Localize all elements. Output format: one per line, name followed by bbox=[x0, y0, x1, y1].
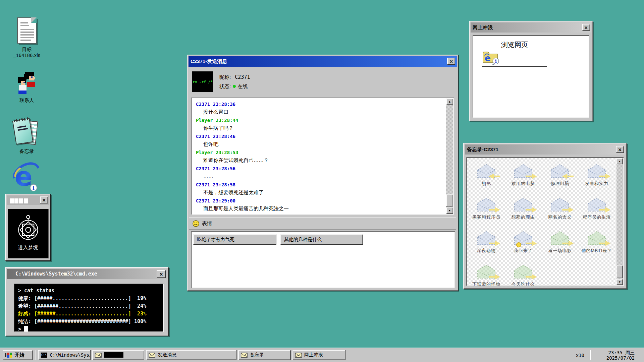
message-sender-time: C2371 23:28:58 bbox=[192, 182, 446, 189]
memo-entry-label: 网名的含义 bbox=[548, 214, 572, 220]
browse-web-label[interactable]: 浏览网页 bbox=[501, 40, 528, 49]
scroll-down-icon[interactable]: ▼ bbox=[616, 279, 623, 285]
chat-toolbar: 表情 bbox=[189, 218, 456, 230]
taskbar-button-label: C:\Windows\Sys… bbox=[50, 352, 90, 358]
desktop-icon-memo[interactable]: 备忘录 bbox=[11, 118, 43, 155]
memo-entry-label: 他的MBTI是？ bbox=[582, 248, 612, 254]
memo-window: 备忘录-C2371 × 初见 bbox=[463, 143, 627, 289]
memo-entry[interactable]: 想死的理由 bbox=[505, 193, 542, 227]
memo-scrollbar[interactable]: ▲ ▼ bbox=[616, 158, 623, 285]
message-sender-time: Player 23:28:53 bbox=[192, 150, 446, 157]
chat-scrollbar[interactable]: ▲ ▼ bbox=[446, 99, 453, 214]
desktop: 目标_164186.xls 联系人 备忘录 bbox=[0, 0, 644, 362]
memo-entry[interactable]: 发量和实力 bbox=[578, 160, 615, 193]
start-button[interactable]: 开始 bbox=[3, 350, 33, 360]
avatar: rm -rf /* bbox=[192, 71, 213, 92]
taskbar-task-button[interactable]: C:\ 备忘录 bbox=[238, 350, 291, 360]
envelope-icon bbox=[514, 197, 533, 212]
surf-window-title: 网上冲浪 bbox=[473, 24, 493, 31]
memo-entry[interactable]: 黑客和程序员 bbox=[468, 193, 505, 227]
toolbar-emoji-label[interactable]: 表情 bbox=[202, 221, 212, 227]
chat-input-area[interactable]: 吃饱了才有力气死 其他的几种是什么 bbox=[191, 231, 455, 288]
memo-entry[interactable]: 程序员的生活 bbox=[578, 193, 615, 227]
nickname-row: 昵称: C2371 bbox=[219, 72, 250, 82]
envelope-icon bbox=[550, 231, 570, 245]
chat-window: C2371-发送消息 × rm -rf /* 昵称: C2371 状态:在线 C… bbox=[187, 55, 459, 291]
message-text: 而且那可是人类最痛苦的几种死法之一 bbox=[192, 205, 446, 212]
memo-entry[interactable]: 难用的电脑 bbox=[505, 160, 542, 193]
memo-entry[interactable]: 初见 bbox=[468, 160, 505, 193]
scroll-up-icon[interactable]: ▲ bbox=[616, 158, 623, 164]
surf-window-body: e i 浏览网页 bbox=[473, 35, 589, 118]
quick-reply-button[interactable]: 其他的几种是什么 bbox=[280, 234, 363, 245]
chat-message: C2371 23:28:56 …… bbox=[192, 166, 446, 182]
scroll-down-icon[interactable]: ▼ bbox=[446, 207, 453, 214]
chat-message-list[interactable]: C2371 23:28:36 没什么胃口 Player 23:28:44 你生病… bbox=[192, 99, 446, 214]
ie-folder-icon: e i bbox=[482, 50, 500, 65]
memo-entry[interactable]: 深夜动物 bbox=[468, 227, 505, 260]
memo-entry[interactable]: 看一场电影 bbox=[542, 227, 579, 260]
chat-message: C2371 23:28:58 不是，想要饿死还是太难了 bbox=[192, 182, 446, 198]
console-line: 希望: [#######.......................] 24% bbox=[18, 302, 159, 310]
desktop-icon-label: 备忘录 bbox=[11, 148, 43, 155]
memo-entry[interactable]: 网名的含义 bbox=[542, 193, 579, 227]
spreadsheet-file-icon bbox=[17, 17, 37, 44]
quick-reply-button[interactable]: 吃饱了才有力气死 bbox=[193, 234, 276, 245]
dream-caption[interactable]: 进入梦境 bbox=[8, 245, 48, 251]
mail-icon bbox=[295, 353, 302, 358]
desktop-icon-contacts[interactable]: 联系人 bbox=[11, 71, 43, 104]
memo-entry-label: 深夜动物 bbox=[477, 248, 496, 254]
scroll-up-icon[interactable]: ▲ bbox=[446, 99, 453, 105]
memo-entry[interactable]: 他的MBTI是？ bbox=[578, 227, 615, 260]
close-icon[interactable]: × bbox=[157, 270, 166, 278]
surf-titlebar[interactable]: 网上冲浪 bbox=[471, 22, 591, 33]
envelope-icon bbox=[477, 164, 496, 178]
envelope-icon bbox=[477, 197, 496, 212]
taskbar-task-button[interactable]: C:\ bbox=[92, 350, 144, 360]
taskbar-task-button[interactable]: C:\ C:\Windows\Sys… bbox=[38, 350, 91, 360]
taskbar-button-label: 发送消息 bbox=[158, 352, 176, 358]
cmd-icon: C:\ bbox=[41, 352, 47, 358]
chat-titlebar[interactable]: C2371-发送消息 bbox=[189, 56, 457, 67]
memo-titlebar[interactable]: 备忘录-C2371 bbox=[465, 144, 625, 155]
cmd-window: C:\Windows\System32\cmd.exe × > cat stat… bbox=[5, 267, 169, 336]
dreamcatcher-icon[interactable] bbox=[15, 214, 41, 242]
taskbar-task-button[interactable]: C:\ 网上冲浪 bbox=[292, 350, 345, 360]
memo-entry[interactable]: 我回来了 bbox=[505, 227, 542, 260]
console-line: > cat status bbox=[18, 287, 159, 295]
message-text: 难道你在尝试饿死自己……？ bbox=[192, 157, 446, 164]
tray-clock[interactable]: 23:35 周三 2025/07/02 bbox=[606, 350, 635, 361]
console-line: 健康: [#####.........................] 19% bbox=[18, 295, 159, 302]
memo-window-body: 初见 难用的电脑 bbox=[466, 157, 624, 286]
chat-message: C2371 23:28:46 也许吧 bbox=[192, 134, 446, 150]
desktop-icon-ie[interactable]: e i bbox=[11, 160, 44, 194]
contacts-people-icon bbox=[15, 71, 39, 95]
cmd-console[interactable]: > cat status 健康: [#####.................… bbox=[14, 284, 164, 332]
close-icon[interactable]: × bbox=[447, 58, 455, 65]
mail-icon bbox=[241, 353, 248, 358]
message-text: 不是，想要饿死还是太难了 bbox=[192, 189, 446, 196]
close-icon[interactable]: × bbox=[582, 24, 590, 31]
taskbar-task-button[interactable]: C:\ 发送消息 bbox=[146, 350, 236, 360]
scrollbar-thumb[interactable] bbox=[616, 265, 623, 278]
scrollbar-thumb[interactable] bbox=[446, 194, 453, 206]
memo-entry[interactable]: 下班后的怪物 bbox=[468, 260, 505, 286]
memo-entry[interactable]: 修理电脑 bbox=[542, 160, 579, 193]
desktop-icon-xls[interactable]: 目标_164186.xls bbox=[11, 17, 43, 58]
windows-logo-icon bbox=[5, 352, 12, 358]
memo-entry[interactable]: 今天吃什么 bbox=[505, 260, 542, 286]
memo-entry-label: 下班后的怪物 bbox=[472, 281, 500, 286]
memo-window-title: 备忘录-C2371 bbox=[467, 146, 498, 153]
browse-web-link[interactable]: e i bbox=[482, 50, 500, 65]
chat-message-panel: C2371 23:28:36 没什么胃口 Player 23:28:44 你生病… bbox=[191, 98, 454, 215]
mail-icon bbox=[149, 353, 155, 358]
envelope-icon bbox=[514, 231, 533, 245]
svg-text:i: i bbox=[33, 185, 35, 191]
close-icon[interactable]: × bbox=[616, 146, 624, 153]
message-text: 没什么胃口 bbox=[192, 109, 446, 115]
close-icon[interactable]: × bbox=[40, 196, 48, 203]
censored-label-blocks bbox=[104, 352, 123, 358]
cmd-titlebar[interactable]: C:\Windows\System32\cmd.exe bbox=[7, 269, 167, 279]
console-prompt: > bbox=[18, 325, 159, 333]
smiley-emoji-icon[interactable] bbox=[193, 220, 199, 227]
